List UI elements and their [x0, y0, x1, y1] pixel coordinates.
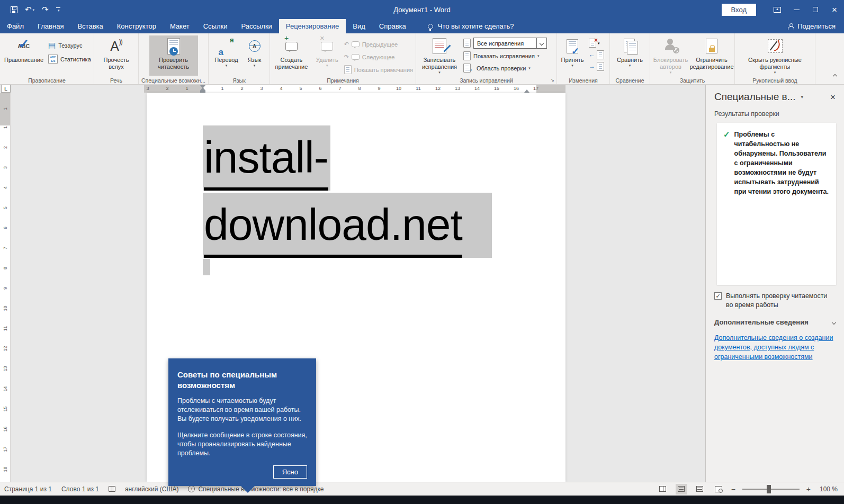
web-layout-view-button[interactable] [694, 484, 706, 494]
undo-button[interactable]: ↶▾ [25, 5, 34, 14]
left-indent-marker[interactable] [200, 87, 205, 93]
status-word-count[interactable]: Слово 1 из 1 [61, 485, 99, 493]
tab-stop-selector[interactable]: L [1, 85, 11, 93]
previous-comment-button[interactable]: ↶ Предыдущее [343, 39, 415, 50]
tab-help[interactable]: Справка [372, 19, 413, 33]
minimize-button[interactable] [787, 0, 806, 19]
group-label-protect: Защитить [650, 77, 734, 84]
restrict-editing-button[interactable]: Ограничить редактирование [690, 35, 733, 76]
undo-icon: ↶ [25, 5, 32, 14]
status-proofing-button[interactable] [109, 486, 115, 492]
ruler-number: 18 [3, 466, 8, 473]
comments-column: ↶ Предыдущее ↷ Следующее Показать примеч… [343, 35, 415, 75]
reviewing-pane-button[interactable]: → Область проверки ▾ [462, 62, 549, 74]
more-info-link[interactable]: Дополнительные сведения о создании докум… [714, 333, 836, 362]
status-page-count[interactable]: Страница 1 из 1 [4, 485, 52, 493]
tab-references[interactable]: Ссылки [196, 19, 235, 33]
redo-button[interactable]: ↷ [42, 5, 49, 14]
pane-close-icon[interactable]: × [830, 93, 836, 102]
display-for-review-chevron[interactable] [537, 38, 547, 49]
collapse-ribbon-button[interactable] [833, 70, 837, 80]
undo-dropdown-icon[interactable]: ▾ [33, 8, 35, 12]
tab-layout[interactable]: Макет [163, 19, 196, 33]
spelling-grammar-button[interactable]: ABC ✓ Правописание [1, 35, 47, 76]
accessibility-status-icon: + [188, 485, 195, 492]
track-changes-button[interactable]: Записывать исправления ▾ [417, 35, 462, 76]
delete-comment-icon [321, 42, 333, 51]
translate-button[interactable]: aя Перевод ▾ [211, 35, 242, 76]
thesaurus-button[interactable]: ▤ Тезаурус [47, 40, 93, 51]
language-button[interactable]: A Язык ▾ [242, 35, 267, 76]
new-comment-button[interactable]: + Создать примечание [271, 35, 312, 76]
checkbox-checked-icon[interactable]: ✓ [714, 292, 722, 300]
status-language[interactable]: английский (США) [125, 485, 178, 493]
hide-ink-button[interactable]: Скрыть рукописные фрагменты ▾ [741, 35, 810, 76]
popup-pointer [241, 486, 255, 493]
word-count-button[interactable]: ABC123 Статистика [47, 53, 93, 65]
show-markup-button[interactable]: Показать исправления ▾ [462, 50, 549, 61]
block-authors-button[interactable]: Блокировать авторов ▾ [651, 35, 690, 76]
previous-change-button[interactable]: ← [587, 49, 606, 60]
reject-button[interactable]: × ▾ [587, 38, 606, 48]
print-layout-view-button[interactable] [676, 484, 687, 494]
zoom-level-label[interactable]: 100 % [818, 485, 838, 493]
collapse-ribbon-icon [833, 74, 837, 78]
group-comments: + Создать примечание × Удалить ▾ ↶ Преды… [270, 33, 416, 84]
zoom-slider-track[interactable] [742, 489, 800, 490]
right-indent-marker[interactable] [524, 89, 529, 93]
track-changes-icon [433, 38, 446, 54]
combo-chevron-icon [540, 41, 544, 45]
ribbon-display-options-button[interactable]: ▴ [768, 0, 787, 19]
reject-x-icon: × [594, 37, 598, 43]
compare-button[interactable]: Сравнить ▾ [613, 35, 647, 76]
save-button[interactable] [11, 6, 17, 13]
tab-file[interactable]: Файл [0, 19, 31, 33]
more-info-header-label: Дополнительные сведения [714, 318, 809, 326]
tab-review[interactable]: Рецензирование [279, 19, 346, 33]
titlebar: ↶▾ ↷ ▾ Документ1 - Word Вход ▴ × [0, 0, 844, 19]
check-accessibility-button[interactable]: Проверить читаемость [149, 35, 198, 76]
selected-text-line-1[interactable]: install- [203, 125, 330, 191]
read-mode-view-button[interactable] [657, 484, 669, 494]
popup-ok-button[interactable]: Ясно [273, 465, 307, 479]
read-mode-icon [659, 486, 666, 492]
ruler-number: 1 [3, 105, 8, 113]
restrict-editing-label: Ограничить редактирование [689, 57, 733, 70]
compare-dropdown-icon: ▾ [629, 64, 631, 67]
tab-design[interactable]: Конструктор [110, 19, 163, 33]
next-change-button[interactable]: → [587, 61, 606, 71]
zoom-fit-button[interactable] [713, 484, 724, 494]
tab-insert[interactable]: Вставка [70, 19, 110, 33]
delete-comment-button[interactable]: × Удалить ▾ [312, 35, 343, 76]
more-info-section-header[interactable]: Дополнительные сведения [714, 318, 836, 326]
more-info-chevron-icon [832, 320, 836, 324]
tab-view[interactable]: Вид [346, 19, 372, 33]
maximize-button[interactable] [806, 0, 825, 19]
zoom-out-button[interactable]: − [731, 485, 735, 493]
ruler-number: 9 [3, 285, 8, 292]
ruler-number: 14 [473, 86, 481, 92]
accept-button[interactable]: ✓ Принять ▾ [558, 35, 587, 76]
proofing-book-icon [109, 486, 115, 492]
display-for-review-combobox[interactable]: Все исправления [473, 38, 547, 49]
zoom-slider-thumb[interactable] [767, 485, 771, 493]
read-aloud-button[interactable]: A)) Прочесть вслух [97, 35, 136, 76]
selected-text-line-2[interactable]: download.net [203, 193, 492, 258]
tab-mailings[interactable]: Рассылки [234, 19, 279, 33]
customize-qat-button[interactable]: ▾ [56, 7, 60, 12]
translate-label: Перевод [214, 57, 238, 64]
sign-in-button[interactable]: Вход [722, 4, 756, 16]
keep-checker-running-checkbox-row[interactable]: ✓ Выполнять проверку читаемости во время… [714, 292, 836, 310]
close-button[interactable]: × [825, 0, 844, 19]
next-comment-button[interactable]: ↷ Следующее [343, 51, 415, 62]
status-accessibility[interactable]: + Специальные возможности: все в порядке [188, 485, 324, 493]
pane-title-dropdown-icon[interactable]: ▾ [801, 94, 804, 100]
tab-home[interactable]: Главная [31, 19, 70, 33]
show-comments-button[interactable]: Показать примечания [343, 64, 415, 75]
group-label-comments: Примечания [270, 77, 416, 84]
ruler-number: 2 [3, 144, 8, 151]
zoom-in-button[interactable]: + [806, 485, 811, 493]
tell-me-box[interactable]: Что вы хотите сделать? [428, 19, 514, 33]
group-label-speech: Речь [94, 77, 138, 84]
share-button[interactable]: Поделиться [788, 19, 836, 33]
